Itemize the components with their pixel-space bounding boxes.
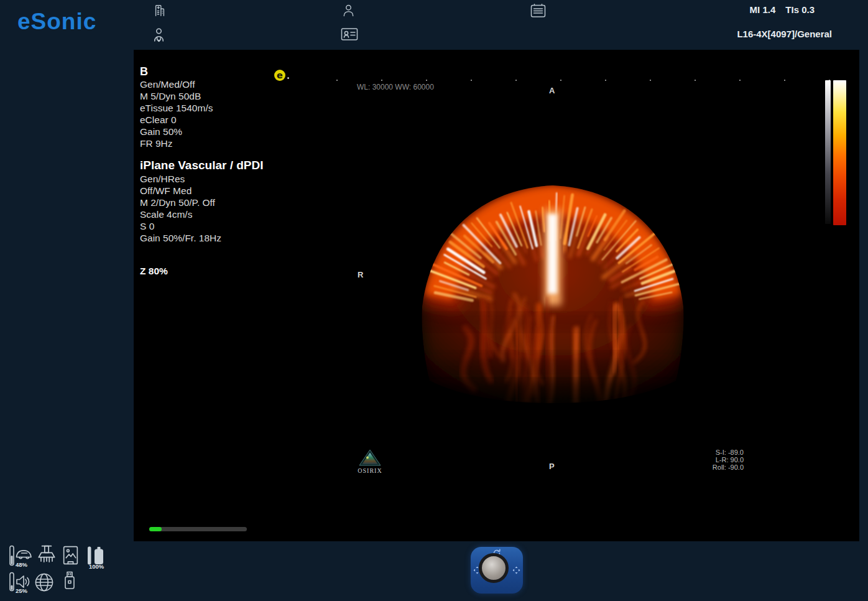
b-mode-param: eTissue 1540m/s <box>140 102 264 114</box>
depth-ruler <box>336 80 854 81</box>
flow-mode-param: M 2/Dyn 50/P. Off <box>140 197 264 208</box>
battery-icon[interactable]: 100% <box>86 546 105 566</box>
network-globe-icon[interactable] <box>34 572 55 593</box>
rotation-lr: L-R: 90.0 <box>681 456 744 464</box>
rotation-roll: Roll: -90.0 <box>681 464 744 471</box>
flow-mode-param: Scale 4cm/s <box>140 208 264 220</box>
progress-fill <box>149 527 162 531</box>
osirix-label: OSIRIX <box>356 467 384 474</box>
rotation-si: S-I: -89.0 <box>681 449 744 456</box>
flow-mode-param: Gen/HRes <box>140 173 264 185</box>
gel-warmer-level: 48% <box>16 561 27 568</box>
mi-value: MI 1.4 <box>750 4 776 15</box>
osirix-pyramid-icon <box>359 449 381 466</box>
flow-mode-param: Off/WF Med <box>140 185 264 197</box>
b-mode-title: B <box>140 65 264 78</box>
trackball-ball[interactable] <box>479 553 509 583</box>
orientation-marker-right: R <box>358 270 363 279</box>
esonic-ultrasound-screen: eSonic <box>0 0 868 601</box>
worklist-icon[interactable] <box>530 3 547 18</box>
image-file-icon[interactable] <box>63 546 78 565</box>
zoom-readout: Z 80% <box>140 265 264 277</box>
b-mode-param: eClear 0 <box>140 114 264 126</box>
volume-level: 25% <box>16 587 27 594</box>
acoustic-output-readout: MI 1.4 TIs 0.3 <box>750 4 815 15</box>
b-mode-param: M 5/Dyn 50dB <box>140 90 264 102</box>
svg-text:e: e <box>277 70 283 80</box>
flow-colorbar <box>833 80 846 225</box>
gel-warmer-icon[interactable]: 48% <box>9 545 34 566</box>
trackball-widget[interactable] <box>471 547 523 594</box>
doctor-icon[interactable] <box>151 27 167 43</box>
image-area: B Gen/Med/Off M 5/Dyn 50dB eTissue 1540m… <box>134 50 859 541</box>
3d-vascular-render[interactable] <box>406 173 699 411</box>
b-mode-param: Gen/Med/Off <box>140 78 264 90</box>
battery-level: 100% <box>89 563 104 570</box>
probe-orientation-marker-icon: e <box>273 68 290 85</box>
volume-icon[interactable]: 25% <box>9 572 31 592</box>
grayscale-colorbar <box>825 80 831 224</box>
probe-preset-label[interactable]: L16-4X[4097]/General <box>737 29 832 39</box>
window-level-readout: WL: 30000 WW: 60000 <box>357 83 434 91</box>
osirix-logo: OSIRIX <box>356 449 384 474</box>
imaging-parameters: B Gen/Med/Off M 5/Dyn 50dB eTissue 1540m… <box>140 65 264 277</box>
cine-progress-bar[interactable] <box>149 527 247 531</box>
flow-mode-param: S 0 <box>140 220 264 232</box>
b-mode-param: FR 9Hz <box>140 137 264 149</box>
pan-right-icon[interactable] <box>512 566 520 574</box>
rotation-readout: S-I: -89.0 L-R: 90.0 Roll: -90.0 <box>681 449 744 471</box>
id-card-icon[interactable] <box>341 27 358 41</box>
esonic-logo: eSonic <box>17 9 96 35</box>
orientation-marker-posterior: P <box>549 462 555 471</box>
hospital-icon[interactable] <box>153 4 167 17</box>
orientation-marker-anterior: A <box>549 86 555 95</box>
b-mode-param: Gain 50% <box>140 126 264 137</box>
tis-value: TIs 0.3 <box>785 4 815 15</box>
patient-icon[interactable] <box>341 3 356 17</box>
usb-device-icon[interactable] <box>62 571 77 590</box>
cleaning-brush-icon[interactable] <box>35 544 58 566</box>
flow-mode-param: Gain 50%/Fr. 18Hz <box>140 232 264 244</box>
flow-mode-title: iPlane Vascular / dPDI <box>140 158 264 173</box>
